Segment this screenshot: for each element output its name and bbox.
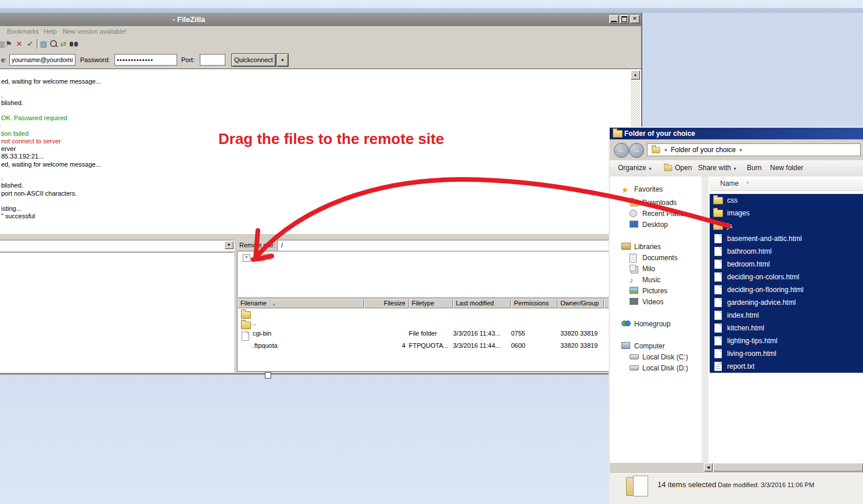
explorer-toolbar: Organize ▼ Open Share with ▼ Burn New fo… [610,160,863,177]
list-item[interactable]: kitchen.html [710,322,863,334]
folder-icon [241,311,251,319]
explorer-titlebar[interactable]: Folder of your choice [610,128,863,139]
disconnect-icon[interactable]: ✔ [25,39,35,49]
explorer-navbar: ← → ▼ Folder of your choice ▼ [610,139,863,160]
scrollbar-thumb[interactable] [713,463,863,471]
column-header-modified[interactable]: Last modified [453,298,511,308]
list-item[interactable]: js [710,219,863,232]
quickconnect-dropdown[interactable]: ▼ [276,53,289,67]
table-row[interactable]: .. [238,310,636,321]
list-item[interactable]: css [710,194,863,207]
local-site-combobox[interactable]: ▼ [0,240,235,251]
list-item[interactable]: bathroom.html [710,245,863,258]
password-input[interactable] [114,54,177,66]
folder-icon [713,197,723,204]
explorer-file-list: css images js basement-and-attic.html ba… [710,194,863,373]
html-file-icon [714,336,722,345]
html-file-icon [714,323,722,333]
remote-file-list: Filename ▲ Filesize Filetype Last modifi… [237,298,637,372]
password-label: Password: [80,56,110,63]
cell-owner: 33820 33819 [560,340,598,351]
back-button[interactable]: ← [614,143,629,158]
annotation-text: Drag the files to the remote site [218,130,444,148]
list-item[interactable]: index.html [710,309,863,322]
cell-modified: 3/3/2016 11:44... [453,340,501,351]
horizontal-scrollbar[interactable]: ◀ [704,463,863,471]
table-row[interactable]: .ftpquota 4 FTPQUOTA... 3/3/2016 11:44..… [238,331,636,341]
menu-bookmarks[interactable]: Bookmarks [7,28,39,35]
filezilla-titlebar[interactable]: - FileZilla ✕ [0,13,641,26]
computer-icon [621,342,630,349]
burn-button[interactable]: Burn [747,164,761,172]
remote-site-combobox[interactable]: / [277,240,638,251]
scroll-left-button[interactable]: ◀ [704,463,713,471]
chevron-down-icon[interactable]: ▼ [224,241,233,249]
log-line: isting... [1,205,21,212]
list-item[interactable]: deciding-on-flooring.html [710,283,863,296]
local-tree-pane[interactable] [0,252,235,373]
recent-places-icon [630,210,637,217]
process-queue-icon[interactable]: ⚑ [3,39,14,49]
list-item[interactable]: report.txt [710,360,863,373]
close-button[interactable]: ✕ [630,15,639,23]
minimize-button[interactable] [609,15,619,23]
column-header-filename[interactable]: Filename ▲ [238,298,364,308]
menu-new-version[interactable]: New version available! [63,28,127,35]
html-file-icon [714,311,722,320]
quickconnect-button[interactable]: Quickconnect [231,53,276,67]
port-input[interactable] [200,54,225,66]
column-header-filesize[interactable]: Filesize [364,298,409,308]
list-item[interactable]: deciding-on-colors.html [710,271,863,283]
download-folder-icon [630,200,639,207]
table-row[interactable]: cgi-bin File folder 3/3/2016 11:43... 07… [238,321,636,331]
resize-handle[interactable] [265,372,271,379]
new-folder-button[interactable]: New folder [770,164,803,172]
open-button[interactable]: Open [663,164,692,172]
remote-tree-pane[interactable]: + / [237,251,638,297]
chevron-down-icon: ▼ [648,167,652,171]
remote-tree-node[interactable]: / [266,253,272,260]
address-bar[interactable]: ▼ Folder of your choice ▼ [647,143,861,156]
cell-filetype: FTPQUOTA... [409,340,448,351]
cell-filename: .ftpquota [253,340,278,351]
log-line: ed, waiting for welcome message... [1,78,101,85]
list-item[interactable]: basement-and-attic.html [710,232,863,245]
forward-button[interactable]: → [629,143,644,158]
host-input[interactable] [9,54,75,66]
port-label: Port: [181,56,195,63]
tree-expand-icon[interactable]: + [243,254,250,262]
list-item[interactable]: living-room.html [710,347,863,360]
organize-button[interactable]: Organize ▼ [618,164,652,172]
filter-icon[interactable] [49,39,58,48]
maximize-button[interactable] [620,15,629,23]
log-line: erver [1,145,16,152]
libraries-icon [621,243,631,250]
column-header-name[interactable]: Name ▲ [710,178,863,191]
log-line: OK. Password required [1,114,67,121]
folder-icon[interactable] [255,254,265,261]
menu-help[interactable]: Help [44,28,57,35]
column-header-owner[interactable]: Owner/Group [558,298,604,308]
directory-compare-icon[interactable]: ▤ [38,39,49,49]
scroll-up-button[interactable]: ▲ [631,70,640,80]
breadcrumb[interactable]: Folder of your choice [671,146,736,154]
list-item[interactable]: lighting-tips.html [710,334,863,347]
folder-icon [664,165,673,171]
chevron-down-icon[interactable]: ▼ [739,148,743,152]
log-line: ed, waiting for welcome message... [1,161,101,168]
column-header-permissions[interactable]: Permissions [511,298,558,308]
chevron-down-icon[interactable]: ▼ [664,148,668,152]
column-header-filetype[interactable]: Filetype [409,298,453,308]
list-item[interactable]: images [710,207,863,219]
share-with-button[interactable]: Share with ▼ [698,164,737,172]
log-line: . [1,174,3,181]
cancel-icon[interactable]: ✕ [14,39,24,49]
sync-browse-icon[interactable]: ⇄ [58,39,69,49]
filezilla-toolbar: ▥ ⚑ ✕ ✔ ▤ ⇄ [0,37,641,52]
list-item[interactable]: bedroom.html [710,258,863,271]
log-line: port non-ASCII characters. [1,190,77,197]
list-item[interactable]: gardening-advice.html [710,296,863,309]
find-icon[interactable] [69,39,79,49]
quickconnect-bar: e: Password: Port: Quickconnect ▼ [0,52,641,69]
chevron-down-icon: ▼ [733,167,737,171]
